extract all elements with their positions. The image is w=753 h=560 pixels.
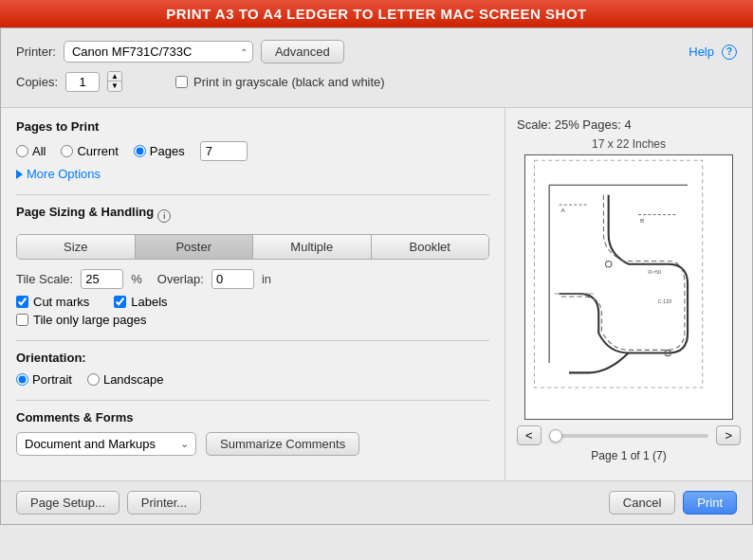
bottom-bar: Page Setup... Printer... Cancel Print [1,480,752,524]
printer-button[interactable]: Printer... [127,491,201,515]
tile-scale-label: Tile Scale: [16,272,73,286]
advanced-button[interactable]: Advanced [261,40,344,63]
tab-multiple[interactable]: Multiple [253,235,372,259]
pages-radio[interactable] [134,145,146,157]
bottom-left-actions: Page Setup... Printer... [16,491,201,515]
landscape-radio-item[interactable]: Landscape [87,372,164,387]
svg-rect-0 [529,155,707,392]
page-sizing-title: Page Sizing & Handling [16,205,154,219]
current-radio-item[interactable]: Current [61,144,118,158]
next-page-button[interactable]: > [716,425,741,445]
printer-select-wrap: Canon MF731C/733C [64,41,253,63]
all-radio-item[interactable]: All [16,144,46,158]
pages-radio-group: All Current Pages [16,141,489,161]
page-sizing-tabs: Size Poster Multiple Booklet [16,234,489,260]
page-title: PRINT A3 TO A4 LEDGER TO LETTER MAC SCRE… [0,0,753,27]
grayscale-checkbox[interactable] [175,76,188,88]
overlap-unit: in [262,272,271,286]
bottom-right-actions: Cancel Print [609,491,737,515]
help-link[interactable]: Help [689,45,714,59]
preview-slider-thumb[interactable] [549,429,562,443]
copies-spinner[interactable]: ▲ ▼ [107,71,122,92]
printer-select[interactable]: Canon MF731C/733C [64,41,253,63]
portrait-radio-item[interactable]: Portrait [16,372,72,387]
tile-scale-input[interactable] [81,269,123,289]
orientation-radio-group: Portrait Landscape [16,372,489,387]
landscape-radio[interactable] [87,373,100,386]
grayscale-label: Print in grayscale (black and white) [193,75,385,89]
labels-label: Labels [131,295,167,309]
svg-text:C-123: C-123 [658,298,671,304]
current-label: Current [77,144,118,158]
preview-panel: Scale: 25% Pages: 4 17 x 22 Inches [505,108,752,480]
print-button[interactable]: Print [683,491,737,515]
grayscale-check[interactable]: Print in grayscale (black and white) [175,75,385,89]
pages-label: Pages [150,144,185,158]
more-options-triangle [16,170,23,179]
prev-page-button[interactable]: < [517,425,542,445]
preview-svg: A B C-123 R=50 [525,155,711,392]
page-sizing-info-icon[interactable]: i [157,209,171,223]
printer-label: Printer: [16,45,56,59]
orientation-section: Orientation: Portrait Landscape [16,351,489,387]
tile-scale-row: Tile Scale: % Overlap: in [16,269,489,289]
landscape-label: Landscape [103,372,164,387]
comments-forms-section: Comments & Forms Document and Markups Su… [16,410,489,456]
svg-text:B: B [640,217,644,224]
copies-input[interactable] [65,72,100,92]
comments-select[interactable]: Document and Markups [16,432,196,456]
tab-booklet[interactable]: Booklet [372,235,489,259]
preview-size-label: 17 x 22 Inches [517,137,741,151]
more-options-label: More Options [27,167,101,181]
orientation-title: Orientation: [16,351,489,365]
page-setup-button[interactable]: Page Setup... [16,491,119,515]
svg-text:R=50: R=50 [648,269,661,275]
page-info: Page 1 of 1 (7) [517,449,741,462]
more-options-toggle[interactable]: More Options [16,167,489,181]
cut-marks-checkbox[interactable] [16,296,28,308]
cancel-button[interactable]: Cancel [609,491,675,515]
help-icon[interactable]: ? [722,45,737,60]
tile-large-checkbox[interactable] [16,314,28,326]
preview-slider-track[interactable] [549,434,709,438]
copies-down[interactable]: ▼ [108,81,121,91]
tile-large-label: Tile only large pages [33,313,146,327]
summarize-comments-button[interactable]: Summarize Comments [206,432,359,456]
all-label: All [32,144,46,158]
preview-box: A B C-123 R=50 [524,154,733,420]
comments-forms-title: Comments & Forms [16,410,489,425]
pages-to-print-section: Pages to Print All Current Pages [16,119,489,181]
copies-up[interactable]: ▲ [108,72,121,81]
all-radio[interactable] [16,145,28,157]
tab-size[interactable]: Size [17,235,136,259]
page-sizing-section: Page Sizing & Handling i Size Poster Mul… [16,205,489,327]
comments-select-wrap: Document and Markups [16,432,196,456]
overlap-input[interactable] [211,269,254,289]
tab-poster[interactable]: Poster [136,235,254,259]
cut-marks-item[interactable]: Cut marks Labels [16,295,489,309]
pages-to-print-title: Pages to Print [16,119,489,134]
overlap-label: Overlap: [157,272,204,286]
tile-large-item[interactable]: Tile only large pages [16,313,489,327]
labels-checkbox[interactable] [114,296,126,308]
preview-nav: < > [517,425,741,445]
portrait-label: Portrait [32,372,72,387]
pages-input[interactable] [200,141,248,161]
pages-radio-item[interactable]: Pages [134,144,185,158]
tile-scale-unit: % [131,272,142,286]
copies-label: Copies: [16,75,58,89]
portrait-radio[interactable] [16,373,28,386]
cut-marks-label: Cut marks [33,295,89,309]
current-radio[interactable] [61,145,73,157]
scale-info: Scale: 25% Pages: 4 [517,117,632,132]
